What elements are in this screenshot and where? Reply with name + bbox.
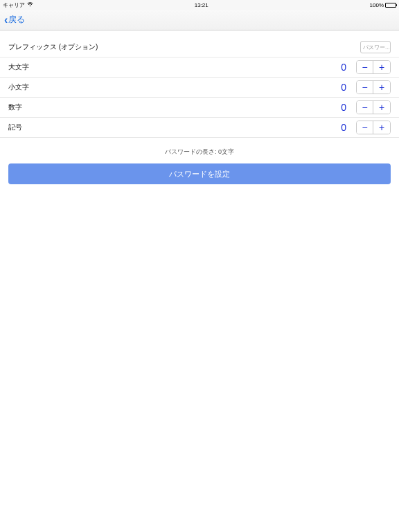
lowercase-value: 0 [338,82,346,93]
status-time: 13:21 [195,2,209,8]
row-uppercase: 大文字 0 − + [0,57,399,78]
uppercase-minus-button[interactable]: − [357,61,373,73]
status-bar: キャリア 13:21 100% [0,0,399,10]
row-digits: 数字 0 − + [0,98,399,118]
row-lowercase: 小文字 0 − + [0,78,399,98]
row-symbols: 記号 0 − + [0,118,399,138]
battery-icon [385,3,396,8]
chevron-left-icon: ‹ [4,15,8,26]
set-password-button[interactable]: パスワードを設定 [8,163,391,184]
digits-value: 0 [338,102,346,113]
battery-percent: 100% [370,2,384,8]
status-right: 100% [370,2,396,8]
uppercase-stepper: − + [356,60,391,74]
nav-bar: ‹ 戻る [0,10,399,30]
digits-plus-button[interactable]: + [373,101,390,114]
symbols-value: 0 [338,122,346,133]
password-length-text: パスワードの長さ: 0文字 [0,138,399,163]
wifi-icon [27,2,33,8]
prefix-input[interactable]: パスワー... [360,41,391,53]
lowercase-label: 小文字 [8,82,338,92]
prefix-row: プレフィックス (オプション) パスワー... [0,37,399,57]
status-left: キャリア [3,1,33,9]
carrier-label: キャリア [3,1,25,9]
symbols-stepper: − + [356,121,391,134]
digits-label: 数字 [8,103,338,112]
uppercase-label: 大文字 [8,62,338,72]
symbols-label: 記号 [8,123,338,132]
uppercase-value: 0 [338,62,346,73]
uppercase-plus-button[interactable]: + [373,61,390,73]
digits-minus-button[interactable]: − [357,101,373,114]
symbols-plus-button[interactable]: + [373,121,390,134]
back-button[interactable]: ‹ 戻る [4,14,25,26]
prefix-label: プレフィックス (オプション) [8,42,360,52]
lowercase-minus-button[interactable]: − [357,81,373,94]
content: プレフィックス (オプション) パスワー... 大文字 0 − + 小文字 0 … [0,37,399,184]
lowercase-plus-button[interactable]: + [373,81,390,94]
symbols-minus-button[interactable]: − [357,121,373,134]
back-label: 戻る [8,14,25,26]
digits-stepper: − + [356,100,391,114]
lowercase-stepper: − + [356,80,391,94]
